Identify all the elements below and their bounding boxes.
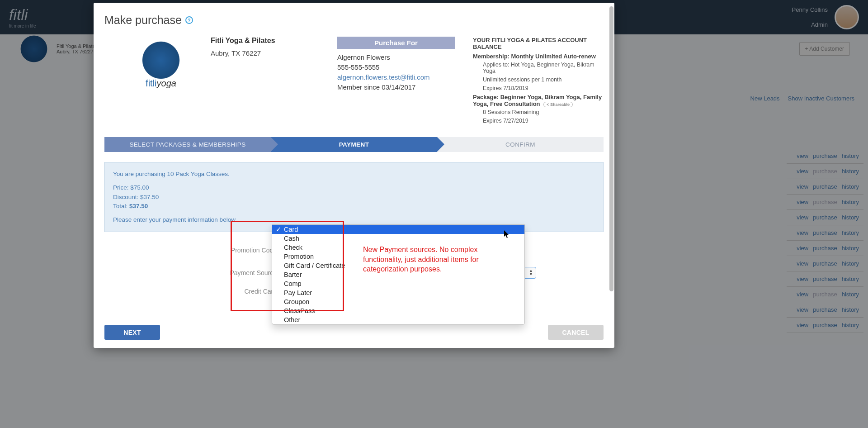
- next-button[interactable]: NEXT: [104, 325, 160, 340]
- option-cash[interactable]: Cash: [272, 234, 524, 243]
- customer-phone: 555-555-5555: [337, 63, 455, 71]
- option-other[interactable]: Other: [272, 315, 524, 324]
- customer-name: Algernon Flowers: [337, 53, 455, 61]
- step-confirm: CONFIRM: [437, 137, 604, 152]
- option-giftcard[interactable]: Gift Card / Certificate: [272, 261, 524, 270]
- total-line: Total: $37.50: [113, 202, 595, 211]
- package-expires: Expires 7/27/2019: [483, 118, 604, 124]
- promo-label: Promotion Code: [104, 247, 283, 254]
- sessions-remaining: 8 Sessions Remaining: [483, 109, 604, 115]
- balance-panel: YOUR FITLI YOGA & PILATES ACCOUNT BALANC…: [473, 37, 604, 126]
- price-line: Price: $75.00: [113, 183, 595, 192]
- shareable-badge[interactable]: < Shareable: [543, 102, 573, 107]
- step-select[interactable]: SELECT PACKAGES & MEMBERSHIPS: [104, 137, 271, 152]
- unlimited-line: Unlimited sessions per 1 month: [483, 76, 604, 83]
- member-since: Member since 03/14/2017: [337, 83, 455, 91]
- balance-title: YOUR FITLI YOGA & PILATES ACCOUNT BALANC…: [473, 37, 604, 50]
- step-bar: SELECT PACKAGES & MEMBERSHIPS PAYMENT CO…: [104, 137, 604, 152]
- package-line: Package: Beginner Yoga, Bikram Yoga, Fam…: [473, 94, 604, 107]
- purchase-info: You are purchasing 10 Pack Yoga Classes.…: [104, 162, 604, 232]
- discount-line: Discount: $37.50: [113, 193, 595, 202]
- business-name: Fitli Yoga & Pilates: [211, 37, 319, 45]
- option-barter[interactable]: Barter: [272, 270, 524, 279]
- business-locale: Aubry, TX 76227: [211, 49, 319, 57]
- option-check[interactable]: Check: [272, 243, 524, 252]
- option-promotion[interactable]: Promotion: [272, 252, 524, 261]
- payment-source-label: Payment Source: [104, 269, 283, 276]
- option-paylater[interactable]: Pay Later: [272, 288, 524, 297]
- enter-payment-line: Please enter your payment information be…: [113, 215, 595, 224]
- purchasing-line: You are purchasing 10 Pack Yoga Classes.: [113, 170, 595, 179]
- applies-to: Applies to: Hot Yoga, Beginner Yoga, Bik…: [483, 62, 604, 74]
- chevron-icon: ▲▼: [529, 269, 533, 276]
- business-logo: fitliyoga: [129, 37, 193, 96]
- cancel-button[interactable]: CANCEL: [548, 325, 604, 340]
- purchase-for-banner: Purchase For: [337, 37, 455, 49]
- membership-expires: Expires 7/18/2019: [483, 85, 604, 91]
- help-icon[interactable]: ?: [185, 16, 193, 24]
- customer-email[interactable]: algernon.flowers.test@fitli.com: [337, 73, 429, 81]
- option-card[interactable]: Card: [272, 225, 524, 234]
- option-classpass[interactable]: ClassPass: [272, 306, 524, 315]
- purchase-modal: Make purchase ? fitliyoga Fitli Yoga & P…: [94, 3, 614, 348]
- modal-title-text: Make purchase: [104, 14, 182, 27]
- option-comp[interactable]: Comp: [272, 279, 524, 288]
- scrollbar[interactable]: [609, 6, 613, 291]
- step-payment: PAYMENT: [271, 137, 437, 152]
- credit-card-label: Credit Card: [104, 288, 283, 295]
- membership-line: Membership: Monthly Unlimited Auto-renew: [473, 53, 604, 60]
- option-groupon[interactable]: Groupon: [272, 297, 524, 306]
- payment-source-dropdown[interactable]: Card Cash Check Promotion Gift Card / Ce…: [272, 224, 525, 325]
- modal-title: Make purchase ?: [104, 14, 604, 27]
